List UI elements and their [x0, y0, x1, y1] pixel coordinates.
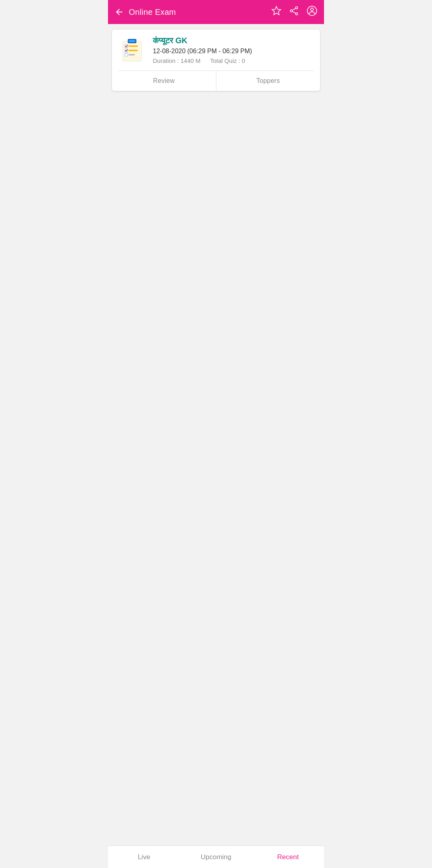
svg-point-0 — [296, 7, 298, 9]
exam-duration: Duration : 1440 M — [153, 57, 200, 64]
nav-recent-label: Recent — [277, 853, 299, 861]
app-bar: Online Exam — [108, 0, 324, 24]
svg-point-1 — [296, 13, 298, 15]
exam-total-quiz: Total Quiz : 0 — [210, 57, 245, 64]
svg-line-3 — [292, 8, 296, 10]
bottom-nav: Live Upcoming Recent — [108, 846, 324, 868]
exam-title: कंप्यूटर GK — [153, 36, 314, 45]
nav-upcoming[interactable]: Upcoming — [180, 846, 252, 868]
svg-rect-14 — [128, 54, 135, 56]
exam-info: कंप्यूटर GK 12-08-2020 (06:29 PM - 06:29… — [153, 36, 314, 64]
svg-rect-9 — [129, 40, 135, 42]
svg-point-2 — [290, 10, 292, 12]
share-icon[interactable] — [289, 6, 299, 18]
profile-icon[interactable] — [306, 5, 318, 19]
nav-recent[interactable]: Recent — [252, 846, 324, 868]
page-title: Online Exam — [129, 8, 271, 17]
exam-date: 12-08-2020 (06:29 PM - 06:29 PM) — [153, 48, 314, 55]
review-button[interactable]: Review — [112, 71, 216, 91]
svg-rect-10 — [128, 45, 138, 47]
nav-live[interactable]: Live — [108, 846, 180, 868]
exam-card-top: कंप्यूटर GK 12-08-2020 (06:29 PM - 06:29… — [112, 30, 320, 70]
svg-rect-15 — [125, 53, 128, 56]
svg-point-6 — [311, 8, 314, 11]
svg-rect-12 — [128, 50, 138, 51]
star-icon[interactable] — [271, 6, 282, 18]
nav-live-label: Live — [138, 853, 150, 861]
app-bar-actions — [271, 5, 318, 19]
back-button[interactable] — [114, 7, 124, 17]
exam-icon — [118, 36, 147, 65]
nav-upcoming-label: Upcoming — [201, 853, 232, 861]
svg-line-4 — [292, 12, 296, 13]
exam-meta: Duration : 1440 M Total Quiz : 0 — [153, 57, 314, 64]
toppers-button[interactable]: Toppers — [216, 71, 320, 91]
exam-card: कंप्यूटर GK 12-08-2020 (06:29 PM - 06:29… — [112, 30, 320, 91]
exam-card-actions: Review Toppers — [112, 71, 320, 91]
main-content: कंप्यूटर GK 12-08-2020 (06:29 PM - 06:29… — [108, 24, 324, 846]
